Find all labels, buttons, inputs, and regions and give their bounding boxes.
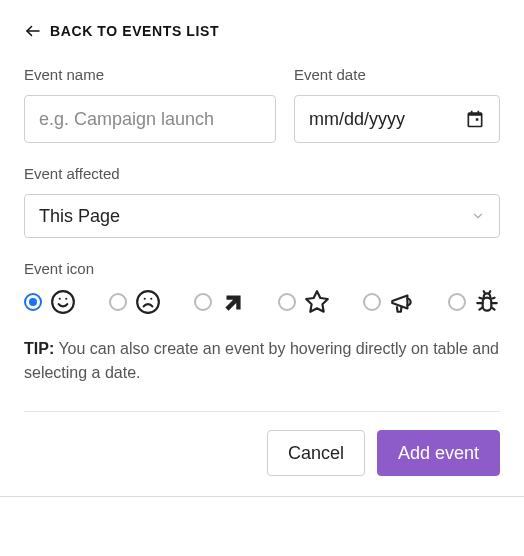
icon-option-smile[interactable] (24, 289, 76, 315)
svg-point-4 (137, 291, 159, 313)
cancel-button[interactable]: Cancel (267, 430, 365, 476)
svg-rect-8 (483, 298, 492, 311)
arrow-left-icon (24, 22, 42, 40)
icon-option-frown[interactable] (109, 289, 161, 315)
event-date-input[interactable]: mm/dd/yyyy (294, 95, 500, 143)
star-icon (304, 289, 330, 315)
svg-marker-7 (307, 291, 329, 312)
event-affected-label: Event affected (24, 165, 500, 182)
tip-body: You can also create an event by hovering… (24, 340, 499, 381)
radio-smile[interactable] (24, 293, 42, 311)
divider (24, 411, 500, 412)
radio-frown[interactable] (109, 293, 127, 311)
icon-option-megaphone[interactable] (363, 289, 415, 315)
icon-option-bug[interactable] (448, 289, 500, 315)
calendar-icon (465, 109, 485, 129)
frown-icon (135, 289, 161, 315)
event-name-input[interactable] (24, 95, 276, 143)
event-affected-field: Event affected This Page (24, 165, 500, 238)
radio-star[interactable] (278, 293, 296, 311)
event-form-panel: BACK TO EVENTS LIST Event name Event dat… (0, 0, 524, 497)
event-icon-field: Event icon (24, 260, 500, 315)
radio-bug[interactable] (448, 293, 466, 311)
tip-text: TIP: You can also create an event by hov… (24, 337, 500, 385)
megaphone-icon (389, 289, 415, 315)
chevron-down-icon (471, 209, 485, 223)
add-event-button[interactable]: Add event (377, 430, 500, 476)
event-name-label: Event name (24, 66, 276, 83)
event-name-field: Event name (24, 66, 276, 143)
event-date-field: Event date mm/dd/yyyy (294, 66, 500, 143)
radio-arrow[interactable] (194, 293, 212, 311)
radio-megaphone[interactable] (363, 293, 381, 311)
back-to-events-link[interactable]: BACK TO EVENTS LIST (24, 22, 219, 40)
tip-prefix: TIP: (24, 340, 54, 357)
smile-icon (50, 289, 76, 315)
bug-icon (474, 289, 500, 315)
form-actions: Cancel Add event (24, 430, 500, 476)
svg-point-1 (52, 291, 74, 313)
event-affected-value: This Page (39, 206, 120, 227)
icon-option-arrow[interactable] (194, 289, 246, 315)
icon-option-star[interactable] (278, 289, 330, 315)
arrow-up-right-icon (220, 289, 246, 315)
event-icon-label: Event icon (24, 260, 500, 277)
event-date-display: mm/dd/yyyy (309, 109, 405, 130)
back-to-events-label: BACK TO EVENTS LIST (50, 23, 219, 39)
event-date-label: Event date (294, 66, 500, 83)
event-affected-select[interactable]: This Page (24, 194, 500, 238)
